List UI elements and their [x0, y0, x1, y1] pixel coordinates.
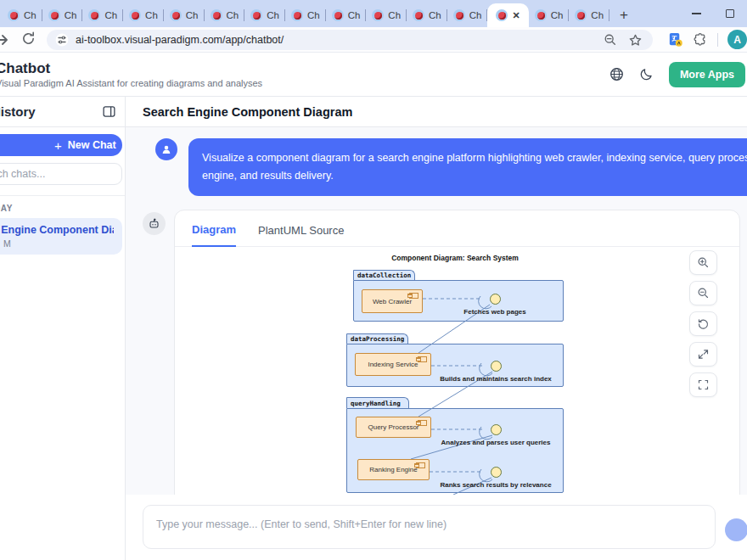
browser-tab[interactable]: Ch	[82, 3, 123, 27]
tab-list: ChChChChChChChChChChChCh✕ChCh	[2, 3, 609, 27]
vp-favicon-icon	[48, 9, 60, 21]
fullscreen-button[interactable]	[689, 372, 717, 397]
bookmark-star-icon[interactable]	[628, 33, 643, 48]
tab-label: Ch	[186, 10, 199, 20]
vp-favicon-icon	[332, 9, 344, 21]
conversation-title-bar: Search Engine Component Diagram	[126, 97, 747, 127]
toolbar-divider	[717, 33, 718, 47]
browser-tab[interactable]: Ch	[123, 3, 164, 27]
window-maximize-button[interactable]	[713, 0, 747, 27]
url-text[interactable]: ai-toolbox.visual-paradigm.com/app/chatb…	[76, 34, 604, 46]
browser-tab[interactable]: Ch	[569, 3, 609, 27]
zoom-out-button[interactable]	[689, 281, 717, 305]
reset-view-button[interactable]	[689, 311, 717, 336]
user-message-bubble: Visualize a component diagram for a sear…	[188, 138, 747, 196]
reload-icon[interactable]	[19, 31, 37, 47]
new-tab-button[interactable]: +	[613, 4, 635, 26]
uml-component: Web Crawler	[362, 289, 423, 313]
vp-favicon-icon	[8, 9, 20, 21]
vp-favicon-icon	[535, 9, 547, 21]
uml-interface-label: Analyzes and parses user queries	[441, 439, 551, 446]
browser-tab[interactable]: Ch	[42, 3, 83, 27]
browser-tab[interactable]: Ch	[164, 3, 205, 27]
vp-favicon-icon	[413, 9, 424, 21]
tab-label: Ch	[429, 10, 441, 20]
uml-interface-ball	[491, 467, 502, 478]
app-title: Chatbot	[0, 60, 262, 77]
tab-close-icon[interactable]: ✕	[512, 11, 520, 20]
bot-avatar	[143, 212, 166, 235]
vp-favicon-icon	[250, 9, 262, 21]
component-icon	[418, 420, 427, 426]
translate-extension-icon[interactable]	[667, 31, 683, 48]
history-sidebar: History + New Chat TODAY Search Engine C…	[0, 97, 126, 560]
chat-history-item[interactable]: Search Engine Component Dia... M	[0, 218, 122, 255]
zoom-in-button[interactable]	[689, 250, 717, 275]
browser-tab[interactable]: Ch	[285, 3, 326, 27]
app-header: Chatbot Visual Paradigm AI Assistant for…	[0, 53, 747, 97]
window-minimize-button[interactable]	[679, 0, 713, 27]
browser-tab[interactable]: Ch	[447, 3, 488, 27]
message-input-area	[126, 495, 747, 560]
diagram-toolbar	[689, 250, 717, 397]
vp-favicon-icon	[211, 9, 222, 21]
uml-interface-ball	[491, 424, 502, 435]
message-input[interactable]	[143, 505, 716, 549]
browser-tab[interactable]: Ch	[407, 3, 447, 27]
uml-interface-label: Ranks search results by relevance	[440, 481, 551, 489]
browser-tab-active[interactable]: ✕	[487, 3, 528, 27]
panel-toggle-icon[interactable]	[102, 104, 116, 122]
tab-label: Ch	[267, 10, 279, 20]
uml-interface-label: Fetches web pages	[463, 308, 525, 316]
component-icon	[418, 356, 427, 362]
tab-label: Ch	[307, 10, 320, 20]
search-chats-input[interactable]	[0, 163, 122, 185]
vp-favicon-icon	[453, 9, 465, 21]
plus-icon: +	[54, 138, 62, 153]
sidebar-divider	[0, 195, 125, 196]
tab-label: Ch	[104, 10, 117, 20]
extensions-puzzle-icon[interactable]	[693, 32, 708, 48]
chat-item-timestamp: M	[3, 238, 114, 249]
profile-avatar[interactable]: A	[727, 30, 747, 49]
app-subtitle: Visual Paradigm AI Assistant for creatin…	[0, 78, 262, 88]
browser-tab[interactable]: Ch	[205, 3, 245, 27]
send-button[interactable]	[725, 518, 747, 541]
browser-tab[interactable]: Ch	[326, 3, 367, 27]
address-bar[interactable]: ai-toolbox.visual-paradigm.com/app/chatb…	[47, 30, 653, 50]
page-title: Search Engine Component Diagram	[143, 105, 352, 119]
browser-tab[interactable]: Ch	[244, 3, 285, 27]
dark-mode-moon-icon[interactable]	[639, 67, 654, 81]
chat-item-title: Search Engine Component Dia...	[0, 224, 114, 236]
tab-label: Ch	[591, 10, 604, 20]
card-tab-bar: DiagramPlantUML Source	[175, 210, 739, 247]
uml-component: Indexing Service	[355, 353, 431, 376]
diagram-canvas[interactable]: Component Diagram: Search SystemdataColl…	[175, 247, 739, 495]
forward-icon[interactable]	[0, 31, 11, 48]
browser-toolbar: ai-toolbox.visual-paradigm.com/app/chatb…	[0, 27, 747, 53]
component-icon	[409, 293, 418, 299]
zoom-out-page-icon[interactable]	[604, 33, 617, 47]
chat-area: Visualize a component diagram for a sear…	[126, 127, 747, 495]
fit-view-button[interactable]	[689, 342, 717, 367]
more-apps-button[interactable]: More Apps	[669, 62, 745, 87]
card-tab-plantuml-source[interactable]: PlantUML Source	[258, 224, 344, 246]
vp-favicon-icon	[291, 9, 303, 21]
browser-tab-strip: ChChChChChChChChChChChCh✕ChCh +	[0, 0, 747, 27]
browser-tab[interactable]: Ch	[366, 3, 407, 27]
uml-interface-label: Builds and maintains search index	[440, 375, 552, 383]
tab-label: Ch	[348, 10, 361, 20]
language-globe-icon[interactable]	[609, 67, 624, 81]
browser-tab[interactable]: Ch	[2, 3, 42, 27]
vp-favicon-icon	[372, 9, 384, 21]
tab-separator	[609, 9, 609, 21]
new-chat-button[interactable]: + New Chat	[0, 134, 122, 156]
new-chat-label: New Chat	[68, 139, 116, 151]
vp-favicon-icon	[88, 9, 100, 21]
vp-favicon-icon	[129, 9, 141, 21]
uml-component: Ranking Engine	[357, 459, 430, 480]
diagram-connectors	[175, 247, 739, 495]
card-tab-diagram[interactable]: Diagram	[192, 223, 236, 247]
site-settings-icon[interactable]	[55, 33, 69, 47]
browser-tab[interactable]: Ch	[529, 3, 570, 27]
